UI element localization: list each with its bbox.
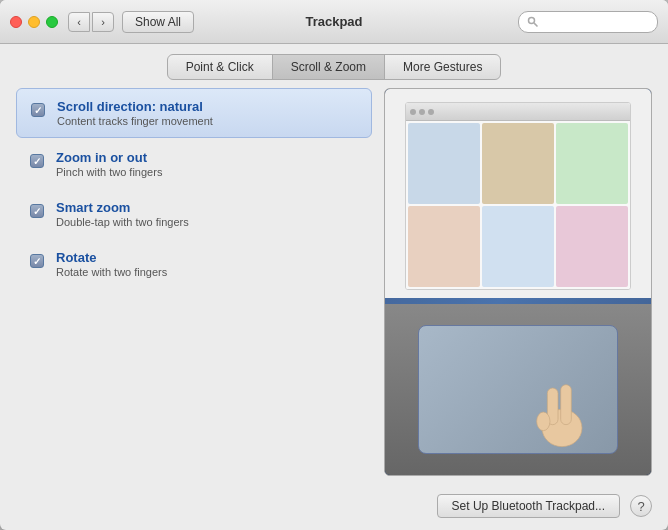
left-panel: ✓ Scroll direction: natural Content trac… — [16, 88, 372, 476]
browser-dot-2 — [419, 109, 425, 115]
setting-title-scroll: Scroll direction: natural — [57, 99, 213, 114]
title-bar: ‹ › Show All Trackpad — [0, 0, 668, 44]
browser-dot-3 — [428, 109, 434, 115]
desktop-preview — [385, 89, 651, 475]
setting-text-scroll: Scroll direction: natural Content tracks… — [57, 99, 213, 127]
close-button[interactable] — [10, 16, 22, 28]
traffic-lights — [10, 16, 58, 28]
browser-card-3 — [556, 123, 628, 204]
setting-desc-smart-zoom: Double-tap with two fingers — [56, 216, 189, 228]
back-button[interactable]: ‹ — [68, 12, 90, 32]
tab-scroll-zoom[interactable]: Scroll & Zoom — [272, 54, 385, 80]
svg-point-5 — [536, 412, 549, 431]
browser-card-1 — [408, 123, 480, 204]
bottom-bar: Set Up Bluetooth Trackpad... ? — [0, 486, 668, 530]
search-icon — [527, 16, 539, 28]
checkbox-area-scroll: ✓ — [29, 101, 47, 119]
checkbox-scroll[interactable]: ✓ — [31, 103, 45, 117]
setting-desc-scroll: Content tracks finger movement — [57, 115, 213, 127]
setting-smart-zoom[interactable]: ✓ Smart zoom Double-tap with two fingers — [16, 190, 372, 238]
help-button[interactable]: ? — [630, 495, 652, 517]
setting-title-rotate: Rotate — [56, 250, 167, 265]
browser-card-6 — [556, 206, 628, 287]
tab-more-gestures[interactable]: More Gestures — [384, 54, 501, 80]
minimize-button[interactable] — [28, 16, 40, 28]
svg-point-0 — [529, 17, 535, 23]
setting-text-zoom: Zoom in or out Pinch with two fingers — [56, 150, 162, 178]
svg-line-1 — [534, 23, 537, 26]
maximize-button[interactable] — [46, 16, 58, 28]
nav-buttons: ‹ › — [68, 12, 114, 32]
trackpad-area — [385, 304, 651, 475]
forward-button[interactable]: › — [92, 12, 114, 32]
right-panel — [384, 88, 652, 476]
tab-bar: Point & Click Scroll & Zoom More Gesture… — [0, 44, 668, 88]
browser-card-2 — [482, 123, 554, 204]
hand-icon — [522, 368, 602, 448]
checkbox-smart-zoom[interactable]: ✓ — [30, 204, 44, 218]
setting-text-rotate: Rotate Rotate with two fingers — [56, 250, 167, 278]
trackpad-pad — [418, 325, 618, 453]
main-content: ✓ Scroll direction: natural Content trac… — [0, 88, 668, 486]
setting-desc-zoom: Pinch with two fingers — [56, 166, 162, 178]
checkbox-area-zoom: ✓ — [28, 152, 46, 170]
browser-body — [406, 121, 630, 289]
checkbox-area-rotate: ✓ — [28, 252, 46, 270]
setting-text-smart-zoom: Smart zoom Double-tap with two fingers — [56, 200, 189, 228]
search-box[interactable] — [518, 11, 658, 33]
browser-dot-1 — [410, 109, 416, 115]
window-title: Trackpad — [305, 14, 362, 29]
screen-content — [385, 89, 651, 298]
browser-toolbar — [406, 103, 630, 121]
setting-title-zoom: Zoom in or out — [56, 150, 162, 165]
checkbox-zoom[interactable]: ✓ — [30, 154, 44, 168]
checkbox-rotate[interactable]: ✓ — [30, 254, 44, 268]
setting-zoom[interactable]: ✓ Zoom in or out Pinch with two fingers — [16, 140, 372, 188]
checkbox-area-smart-zoom: ✓ — [28, 202, 46, 220]
browser-card-5 — [482, 206, 554, 287]
browser-card-4 — [408, 206, 480, 287]
screen-browser — [405, 102, 631, 290]
show-all-button[interactable]: Show All — [122, 11, 194, 33]
setting-scroll-direction[interactable]: ✓ Scroll direction: natural Content trac… — [16, 88, 372, 138]
tab-point-click[interactable]: Point & Click — [167, 54, 273, 80]
setting-rotate[interactable]: ✓ Rotate Rotate with two fingers — [16, 240, 372, 288]
setting-desc-rotate: Rotate with two fingers — [56, 266, 167, 278]
svg-rect-4 — [560, 384, 571, 424]
setup-bluetooth-button[interactable]: Set Up Bluetooth Trackpad... — [437, 494, 620, 518]
search-input[interactable] — [543, 15, 649, 29]
setting-title-smart-zoom: Smart zoom — [56, 200, 189, 215]
window: ‹ › Show All Trackpad Point & Click Scro… — [0, 0, 668, 530]
